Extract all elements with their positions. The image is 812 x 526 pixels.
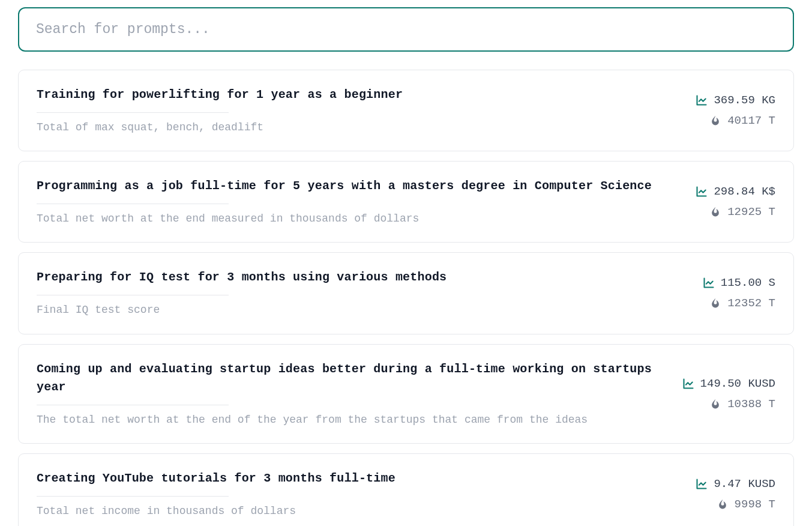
prompt-title: Preparing for IQ test for 3 months using… [37, 268, 688, 286]
divider [37, 112, 229, 113]
chart-line-icon [682, 378, 694, 390]
prompt-card[interactable]: Creating YouTube tutorials for 3 months … [18, 453, 794, 526]
metric-score: 149.50 KUSD [682, 377, 775, 390]
prompt-subtitle: The total net worth at the end of the ye… [37, 413, 668, 428]
fire-icon [709, 297, 721, 309]
chart-line-icon [696, 94, 708, 106]
metric-popularity: 12352 T [709, 297, 775, 310]
prompt-list: Training for powerlifting for 1 year as … [18, 70, 794, 526]
prompt-subtitle: Total net worth at the end measured in t… [37, 211, 681, 226]
metric-popularity: 9998 T [717, 498, 775, 511]
prompt-subtitle: Total net income in thousands of dollars [37, 504, 681, 519]
prompt-metrics: 9.47 KUSD9998 T [696, 477, 775, 511]
chart-line-icon [696, 478, 708, 490]
divider [37, 204, 229, 204]
metric-score-value: 149.50 KUSD [700, 377, 775, 390]
prompt-card-content: Coming up and evaluating startup ideas b… [37, 360, 668, 428]
prompt-metrics: 369.59 KG40117 T [696, 94, 775, 127]
prompt-title: Programming as a job full-time for 5 yea… [37, 177, 681, 195]
divider [37, 405, 229, 405]
prompt-metrics: 149.50 KUSD10388 T [682, 377, 775, 411]
metric-popularity-value: 12925 T [727, 205, 775, 219]
prompt-title: Creating YouTube tutorials for 3 months … [37, 470, 681, 488]
fire-icon [709, 398, 721, 410]
search-input[interactable] [18, 7, 794, 52]
fire-icon [717, 498, 729, 510]
metric-score-value: 9.47 KUSD [714, 477, 775, 491]
metric-popularity-value: 12352 T [727, 297, 775, 310]
prompt-card-content: Programming as a job full-time for 5 yea… [37, 177, 681, 226]
metric-popularity: 10388 T [709, 398, 775, 411]
metric-score-value: 369.59 KG [714, 94, 775, 107]
prompt-card-content: Preparing for IQ test for 3 months using… [37, 268, 688, 318]
prompt-card-content: Creating YouTube tutorials for 3 months … [37, 470, 681, 519]
prompt-card[interactable]: Training for powerlifting for 1 year as … [18, 70, 794, 151]
metric-popularity: 12925 T [709, 205, 775, 219]
fire-icon [709, 206, 721, 218]
prompt-subtitle: Final IQ test score [37, 303, 688, 318]
prompt-card[interactable]: Preparing for IQ test for 3 months using… [18, 252, 794, 334]
metric-score: 298.84 K$ [696, 185, 775, 198]
metric-score: 115.00 S [703, 276, 775, 289]
prompt-card[interactable]: Coming up and evaluating startup ideas b… [18, 344, 794, 444]
fire-icon [709, 115, 721, 127]
metric-score: 369.59 KG [696, 94, 775, 107]
prompt-title: Coming up and evaluating startup ideas b… [37, 360, 668, 396]
prompt-metrics: 298.84 K$12925 T [696, 185, 775, 219]
divider [37, 295, 229, 295]
metric-score-value: 115.00 S [721, 276, 775, 289]
prompt-card-content: Training for powerlifting for 1 year as … [37, 86, 681, 135]
prompt-title: Training for powerlifting for 1 year as … [37, 86, 681, 104]
chart-line-icon [703, 277, 715, 289]
divider [37, 496, 229, 497]
prompt-card[interactable]: Programming as a job full-time for 5 yea… [18, 161, 794, 243]
chart-line-icon [696, 186, 708, 198]
prompt-metrics: 115.00 S12352 T [703, 276, 775, 310]
metric-score-value: 298.84 K$ [714, 185, 775, 198]
metric-popularity-value: 40117 T [727, 114, 775, 127]
metric-popularity-value: 9998 T [735, 498, 775, 511]
metric-popularity: 40117 T [709, 114, 775, 127]
search-container [18, 7, 794, 52]
metric-popularity-value: 10388 T [727, 398, 775, 411]
metric-score: 9.47 KUSD [696, 477, 775, 491]
prompt-subtitle: Total of max squat, bench, deadlift [37, 120, 681, 135]
